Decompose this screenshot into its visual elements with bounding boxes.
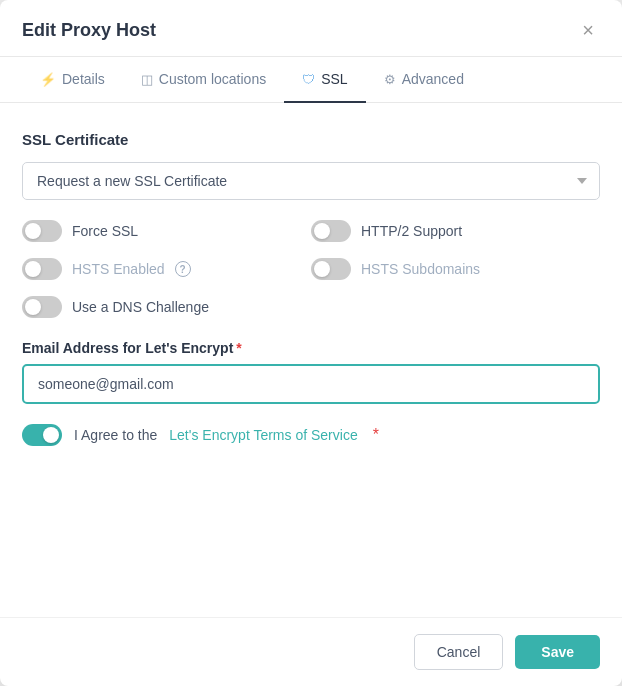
agree-prefix-text: I Agree to the	[74, 427, 157, 443]
modal-header: Edit Proxy Host ×	[0, 0, 622, 57]
agree-row: I Agree to the Let's Encrypt Terms of Se…	[22, 424, 600, 446]
hsts-help-icon[interactable]: ?	[175, 261, 191, 277]
agree-required-star: *	[373, 426, 379, 444]
ssl-certificate-select[interactable]: Request a new SSL Certificate None Use a…	[22, 162, 600, 200]
tab-ssl[interactable]: 🛡 SSL	[284, 57, 365, 103]
toggles-row-3: Use a DNS Challenge	[22, 296, 600, 318]
email-field-label: Email Address for Let's Encrypt*	[22, 340, 600, 356]
toggle-hsts-enabled: HSTS Enabled ?	[22, 258, 311, 280]
tab-details[interactable]: ⚡ Details	[22, 57, 123, 103]
ssl-icon: 🛡	[302, 72, 315, 87]
toggle-dns-challenge: Use a DNS Challenge	[22, 296, 600, 318]
hsts-subdomains-label: HSTS Subdomains	[361, 261, 480, 277]
force-ssl-switch[interactable]	[22, 220, 62, 242]
dns-challenge-label: Use a DNS Challenge	[72, 299, 209, 315]
tab-advanced[interactable]: ⚙ Advanced	[366, 57, 482, 103]
agree-switch[interactable]	[22, 424, 62, 446]
tab-custom-locations[interactable]: ◫ Custom locations	[123, 57, 284, 103]
custom-locations-icon: ◫	[141, 72, 153, 87]
save-button[interactable]: Save	[515, 635, 600, 669]
dns-challenge-slider	[22, 296, 62, 318]
details-icon: ⚡	[40, 72, 56, 87]
email-input[interactable]	[22, 364, 600, 404]
ssl-section-title: SSL Certificate	[22, 131, 600, 148]
toggle-force-ssl: Force SSL	[22, 220, 311, 242]
cancel-button[interactable]: Cancel	[414, 634, 504, 670]
hsts-subdomains-switch[interactable]	[311, 258, 351, 280]
modal-title: Edit Proxy Host	[22, 20, 156, 41]
dns-challenge-switch[interactable]	[22, 296, 62, 318]
toggles-row-2: HSTS Enabled ? HSTS Subdomains	[22, 258, 600, 280]
hsts-enabled-slider	[22, 258, 62, 280]
advanced-icon: ⚙	[384, 72, 396, 87]
force-ssl-slider	[22, 220, 62, 242]
modal-footer: Cancel Save	[0, 617, 622, 686]
email-required-star: *	[236, 340, 241, 356]
http2-slider	[311, 220, 351, 242]
hsts-enabled-label: HSTS Enabled	[72, 261, 165, 277]
agree-slider	[22, 424, 62, 446]
toggles-row-1: Force SSL HTTP/2 Support	[22, 220, 600, 242]
tab-custom-locations-label: Custom locations	[159, 71, 266, 87]
tab-advanced-label: Advanced	[402, 71, 464, 87]
tab-ssl-label: SSL	[321, 71, 347, 87]
toggle-hsts-subdomains: HSTS Subdomains	[311, 258, 600, 280]
agree-link[interactable]: Let's Encrypt Terms of Service	[169, 427, 357, 443]
modal-body: SSL Certificate Request a new SSL Certif…	[0, 103, 622, 617]
modal-edit-proxy-host: Edit Proxy Host × ⚡ Details ◫ Custom loc…	[0, 0, 622, 686]
http2-switch[interactable]	[311, 220, 351, 242]
toggle-http2: HTTP/2 Support	[311, 220, 600, 242]
hsts-subdomains-slider	[311, 258, 351, 280]
force-ssl-label: Force SSL	[72, 223, 138, 239]
hsts-enabled-switch[interactable]	[22, 258, 62, 280]
tab-bar: ⚡ Details ◫ Custom locations 🛡 SSL ⚙ Adv…	[0, 57, 622, 103]
close-button[interactable]: ×	[576, 18, 600, 42]
http2-label: HTTP/2 Support	[361, 223, 462, 239]
tab-details-label: Details	[62, 71, 105, 87]
